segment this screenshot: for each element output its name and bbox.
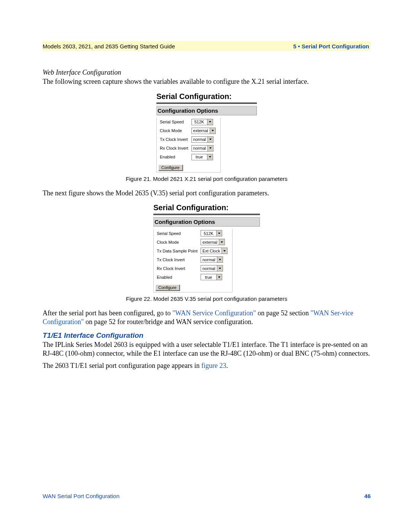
- t1e1-heading: T1/E1 Interface Configuration: [43, 331, 371, 340]
- opt-label: Enabled: [156, 273, 200, 281]
- t1e1-p2: The 2603 T1/E1 serial port configuration…: [43, 361, 371, 370]
- serial-config-panel-2: Serial Configuration: Configuration Opti…: [153, 203, 260, 292]
- after-text: After the serial port has been configure…: [43, 309, 371, 326]
- table-row: Rx Clock Invertnormal: [156, 264, 230, 273]
- table-row: Rx Clock Invertnormal: [159, 144, 218, 153]
- table-row: Clock Modeexternal: [156, 238, 230, 246]
- tx-clock-invert-select[interactable]: normal: [201, 256, 223, 263]
- header-left: Models 2603, 2621, and 2635 Getting Star…: [43, 43, 175, 50]
- opt-label: Tx Data Sample Point: [156, 246, 200, 255]
- chevron-down-icon[interactable]: [216, 230, 222, 236]
- opt-label: Tx Clock Invert: [159, 135, 191, 144]
- configure-button[interactable]: Configure: [155, 284, 180, 291]
- table-row: Enabledtrue: [159, 153, 218, 161]
- t1e1-p1: The IPLink Series Model 2603 is equipped…: [43, 340, 371, 358]
- opt-label: Rx Clock Invert: [156, 264, 200, 273]
- chevron-down-icon[interactable]: [210, 128, 215, 134]
- chevron-down-icon[interactable]: [207, 154, 213, 160]
- config-table: Serial Speed512K Clock Modeexternal Tx C…: [159, 118, 218, 161]
- rx-clock-invert-select[interactable]: normal: [201, 265, 223, 272]
- configure-button[interactable]: Configure: [158, 165, 183, 171]
- clock-mode-select[interactable]: external: [201, 239, 225, 245]
- text: .: [226, 362, 228, 369]
- opt-label: Clock Mode: [159, 126, 191, 135]
- enabled-select[interactable]: true: [191, 154, 213, 160]
- table-row: Enabledtrue: [156, 273, 230, 281]
- chevron-down-icon[interactable]: [217, 257, 223, 262]
- panel-subtitle: Configuration Options: [156, 106, 257, 115]
- serial-speed-select[interactable]: 512K: [201, 230, 222, 236]
- tx-data-sample-select[interactable]: Ext Clock: [201, 248, 228, 254]
- serial-config-panel-1: Serial Configuration: Configuration Opti…: [156, 92, 257, 173]
- text: After the serial port has been configure…: [43, 309, 172, 317]
- chevron-down-icon[interactable]: [216, 274, 222, 280]
- intro-text: The following screen capture shows the v…: [43, 77, 371, 86]
- chevron-down-icon[interactable]: [207, 137, 213, 142]
- table-row: Serial Speed512K: [159, 118, 218, 126]
- table-row: Tx Clock Invertnormal: [156, 255, 230, 264]
- wan-service-link[interactable]: "WAN Service Configuration": [172, 309, 256, 317]
- footer-left: WAN Serial Port Configuration: [43, 493, 119, 499]
- footer: WAN Serial Port Configuration 46: [43, 493, 371, 499]
- panel-subtitle: Configuration Options: [153, 217, 260, 227]
- options-box: Serial Speed512K Clock Modeexternal Tx D…: [153, 229, 233, 292]
- chevron-down-icon[interactable]: [219, 239, 225, 245]
- opt-label: Rx Clock Invert: [159, 144, 191, 153]
- header-right: 5 • Serial Port Configuration: [293, 43, 369, 50]
- chevron-down-icon[interactable]: [221, 248, 227, 254]
- rx-clock-invert-select[interactable]: normal: [191, 145, 214, 152]
- opt-label: Serial Speed: [156, 229, 200, 238]
- opt-label: Enabled: [159, 153, 191, 161]
- chevron-down-icon[interactable]: [207, 145, 213, 151]
- panel-title: Serial Configuration:: [156, 92, 257, 101]
- chevron-down-icon[interactable]: [217, 265, 223, 271]
- table-row: Serial Speed512K: [156, 229, 230, 238]
- text: on page 52 for router/bridge and WAN ser…: [84, 318, 253, 326]
- text: The 2603 T1/E1 serial port configuration…: [43, 362, 201, 369]
- clock-mode-select[interactable]: external: [191, 128, 216, 134]
- section-subhead: Web Interface Configuration: [43, 69, 371, 77]
- opt-label: Tx Clock Invert: [156, 255, 200, 264]
- opt-label: Serial Speed: [159, 118, 191, 126]
- options-box: Serial Speed512K Clock Modeexternal Tx C…: [156, 118, 221, 173]
- opt-label: Clock Mode: [156, 238, 200, 246]
- config-table: Serial Speed512K Clock Modeexternal Tx D…: [156, 229, 230, 281]
- enabled-select[interactable]: true: [201, 274, 222, 280]
- header-bar: Models 2603, 2621, and 2635 Getting Star…: [43, 41, 371, 51]
- serial-speed-select[interactable]: 512K: [191, 119, 213, 125]
- table-row: Clock Modeexternal: [159, 126, 218, 135]
- figure-23-link[interactable]: figure 23: [201, 362, 226, 369]
- figure-caption: Figure 22. Model 2635 V.35 serial port c…: [43, 296, 371, 302]
- mid-text: The next figure shows the Model 2635 (V.…: [43, 189, 371, 198]
- table-row: Tx Data Sample PointExt Clock: [156, 246, 230, 255]
- table-row: Tx Clock Invertnormal: [159, 135, 218, 144]
- page-number: 46: [364, 493, 371, 499]
- tx-clock-invert-select[interactable]: normal: [191, 136, 214, 143]
- panel-rule: [156, 102, 257, 104]
- text: on page 52 section: [256, 309, 311, 317]
- figure-caption: Figure 21. Model 2621 X.21 serial port c…: [43, 176, 371, 182]
- page: Models 2603, 2621, and 2635 Getting Star…: [0, 0, 411, 532]
- panel-rule: [153, 214, 260, 216]
- panel-title: Serial Configuration:: [153, 203, 260, 212]
- chevron-down-icon[interactable]: [207, 119, 213, 125]
